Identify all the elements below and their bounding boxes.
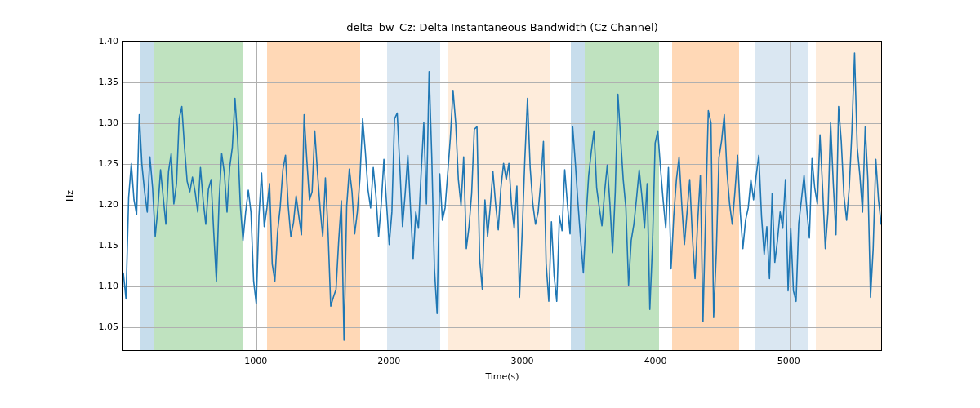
y-tick-label: 1.20 (90, 199, 118, 210)
figure: delta_bw_Cz: Delta Instantaneous Bandwid… (0, 0, 980, 408)
x-tick-label: 4000 (644, 356, 667, 366)
line-series (123, 42, 881, 350)
x-tick-label: 2000 (377, 356, 400, 366)
x-tick-label: 3000 (510, 356, 533, 366)
y-tick-label: 1.15 (90, 240, 118, 251)
y-tick-label: 1.10 (90, 281, 118, 291)
y-tick-label: 1.40 (90, 36, 118, 47)
y-tick-label: 1.25 (90, 158, 118, 169)
series-path (123, 53, 881, 340)
y-axis-label: Hz (65, 190, 75, 202)
chart-title: delta_bw_Cz: Delta Instantaneous Bandwid… (122, 21, 882, 33)
y-tick-label: 1.30 (90, 118, 118, 128)
plot-area (122, 41, 882, 351)
y-tick-label: 1.35 (90, 77, 118, 87)
x-tick-label: 1000 (244, 356, 267, 366)
y-tick-label: 1.05 (90, 322, 118, 332)
x-tick-label: 5000 (777, 356, 800, 366)
x-axis-label: Time(s) (122, 371, 882, 382)
